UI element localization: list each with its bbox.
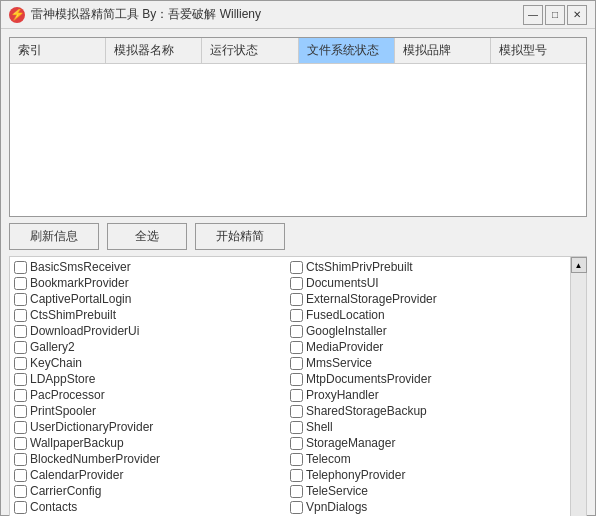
checkbox-input[interactable] (14, 485, 27, 498)
checkbox-input[interactable] (290, 341, 303, 354)
checkbox-input[interactable] (14, 437, 27, 450)
checkbox-input[interactable] (290, 405, 303, 418)
checkbox-input[interactable] (14, 421, 27, 434)
checkbox-label: WallpaperBackup (30, 436, 124, 450)
list-item: Gallery2 (14, 339, 290, 355)
action-buttons: 刷新信息 全选 开始精简 (9, 223, 587, 250)
emulator-table: 索引 模拟器名称 运行状态 文件系统状态 模拟品牌 模拟型号 (9, 37, 587, 217)
checkbox-label: DownloadProviderUi (30, 324, 139, 338)
list-item: BlockedNumberProvider (14, 451, 290, 467)
checkbox-label: BookmarkProvider (30, 276, 129, 290)
app-icon: ⚡ (9, 7, 25, 23)
checkbox-input[interactable] (290, 469, 303, 482)
list-item: SharedStorageBackup (290, 403, 566, 419)
list-item: Contacts (14, 499, 290, 515)
checkbox-input[interactable] (290, 325, 303, 338)
list-item: CaptivePortalLogin (14, 291, 290, 307)
checkbox-input[interactable] (14, 309, 27, 322)
list-item: FusedLocation (290, 307, 566, 323)
checkbox-input[interactable] (14, 357, 27, 370)
col-fs-status: 文件系统状态 (299, 38, 395, 63)
checkbox-input[interactable] (14, 469, 27, 482)
main-content: 索引 模拟器名称 运行状态 文件系统状态 模拟品牌 模拟型号 刷新信息 全选 开… (1, 29, 595, 516)
checkbox-label: UserDictionaryProvider (30, 420, 153, 434)
checkbox-input[interactable] (14, 373, 27, 386)
list-item: GoogleInstaller (290, 323, 566, 339)
list-item: MmsService (290, 355, 566, 371)
list-item: DocumentsUI (290, 275, 566, 291)
checkbox-col-right: CtsShimPrivPrebuiltDocumentsUIExternalSt… (290, 259, 566, 516)
checkbox-input[interactable] (14, 293, 27, 306)
checkbox-input[interactable] (14, 405, 27, 418)
checkbox-label: GoogleInstaller (306, 324, 387, 338)
list-item: CalendarProvider (14, 467, 290, 483)
checkbox-label: CaptivePortalLogin (30, 292, 131, 306)
list-item: MtpDocumentsProvider (290, 371, 566, 387)
checkbox-label: VpnDialogs (306, 500, 367, 514)
checkbox-label: CtsShimPrivPrebuilt (306, 260, 413, 274)
checkbox-input[interactable] (290, 309, 303, 322)
bottom-section: BasicSmsReceiverBookmarkProviderCaptiveP… (9, 256, 587, 516)
checkbox-input[interactable] (290, 421, 303, 434)
list-item: UserDictionaryProvider (14, 419, 290, 435)
checkbox-label: PrintSpooler (30, 404, 96, 418)
list-item: BookmarkProvider (14, 275, 290, 291)
checkbox-input[interactable] (290, 277, 303, 290)
checkbox-label: PacProcessor (30, 388, 105, 402)
refresh-button[interactable]: 刷新信息 (9, 223, 99, 250)
list-item: PrintSpooler (14, 403, 290, 419)
col-index: 索引 (10, 38, 106, 63)
list-item: TelephonyProvider (290, 467, 566, 483)
checkbox-label: BasicSmsReceiver (30, 260, 131, 274)
table-body (10, 64, 586, 216)
checkbox-label: DocumentsUI (306, 276, 379, 290)
list-item: StorageManager (290, 435, 566, 451)
checkbox-input[interactable] (290, 485, 303, 498)
scroll-track (571, 273, 586, 516)
checkbox-label: ExternalStorageProvider (306, 292, 437, 306)
table-header: 索引 模拟器名称 运行状态 文件系统状态 模拟品牌 模拟型号 (10, 38, 586, 64)
scrollbar[interactable]: ▲ ▼ (571, 256, 587, 516)
svg-text:⚡: ⚡ (11, 9, 23, 21)
checkbox-label: LDAppStore (30, 372, 95, 386)
list-item: VpnDialogs (290, 499, 566, 515)
list-item: ExternalStorageProvider (290, 291, 566, 307)
select-all-button[interactable]: 全选 (107, 223, 187, 250)
checkbox-input[interactable] (14, 277, 27, 290)
col-name: 模拟器名称 (106, 38, 202, 63)
list-item: ProxyHandler (290, 387, 566, 403)
start-button[interactable]: 开始精简 (195, 223, 285, 250)
title-bar: ⚡ 雷神模拟器精简工具 By：吾爱破解 Willieny — □ ✕ (1, 1, 595, 29)
checkbox-input[interactable] (14, 501, 27, 514)
checkbox-label: TeleService (306, 484, 368, 498)
checkbox-input[interactable] (14, 453, 27, 466)
col-status: 运行状态 (202, 38, 298, 63)
checkbox-input[interactable] (290, 373, 303, 386)
checkbox-input[interactable] (14, 261, 27, 274)
list-item: CtsShimPrivPrebuilt (290, 259, 566, 275)
checkbox-label: SharedStorageBackup (306, 404, 427, 418)
checkbox-input[interactable] (290, 501, 303, 514)
checkbox-input[interactable] (290, 293, 303, 306)
list-item: DownloadProviderUi (14, 323, 290, 339)
checkbox-input[interactable] (290, 261, 303, 274)
checkbox-input[interactable] (290, 389, 303, 402)
maximize-button[interactable]: □ (545, 5, 565, 25)
checkbox-input[interactable] (14, 389, 27, 402)
checkbox-list: BasicSmsReceiverBookmarkProviderCaptiveP… (9, 256, 571, 516)
checkbox-input[interactable] (14, 341, 27, 354)
close-button[interactable]: ✕ (567, 5, 587, 25)
checkbox-input[interactable] (14, 325, 27, 338)
checkbox-input[interactable] (290, 357, 303, 370)
checkbox-col-left: BasicSmsReceiverBookmarkProviderCaptiveP… (14, 259, 290, 516)
minimize-button[interactable]: — (523, 5, 543, 25)
list-item: MediaProvider (290, 339, 566, 355)
checkbox-input[interactable] (290, 453, 303, 466)
list-item: WallpaperBackup (14, 435, 290, 451)
title-bar-left: ⚡ 雷神模拟器精简工具 By：吾爱破解 Willieny (9, 6, 261, 23)
checkbox-label: ProxyHandler (306, 388, 379, 402)
checkbox-label: MmsService (306, 356, 372, 370)
scroll-up-button[interactable]: ▲ (571, 257, 587, 273)
checkbox-input[interactable] (290, 437, 303, 450)
checkbox-label: TelephonyProvider (306, 468, 405, 482)
